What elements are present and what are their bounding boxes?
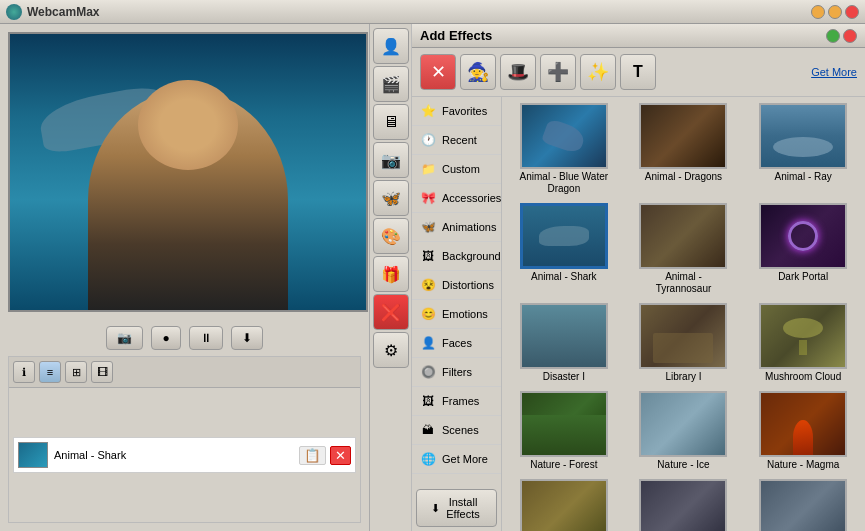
sidebar-btn-movie[interactable]: 🎬 (373, 66, 409, 102)
effect-label-nature-magma: Nature - Magma (767, 459, 839, 471)
effect-label-blue-dragon: Animal - Blue Water Dragon (519, 171, 609, 195)
install-icon: ⬇ (431, 502, 440, 515)
effect-actions: 📋 ✕ (299, 446, 351, 465)
sidebar-btn-remove[interactable]: ❌ (373, 294, 409, 330)
category-faces[interactable]: 👤 Faces (412, 329, 501, 358)
category-emotions-label: Emotions (442, 308, 488, 320)
effect-card-nature-forest[interactable]: Nature - Forest (506, 389, 622, 473)
get-more-link[interactable]: Get More (811, 66, 857, 78)
sidebar-btn-camera[interactable]: 📷 (373, 142, 409, 178)
ae-green-button[interactable] (826, 29, 840, 43)
remove-effect-toolbar-button[interactable]: ✕ (420, 54, 456, 90)
effect-card-disaster[interactable]: Disaster I (506, 301, 622, 385)
effect-item-name: Animal - Shark (54, 449, 299, 461)
add-effect-button[interactable]: ➕ (540, 54, 576, 90)
category-frames[interactable]: 🖼 Frames (412, 387, 501, 416)
category-scenes[interactable]: 🏔 Scenes (412, 416, 501, 445)
left-panel: 📷 ● ⏸ ⬇ ℹ ≡ ⊞ 🎞 Animal - Shark (0, 24, 370, 531)
effect-card-shark[interactable]: Animal - Shark (506, 201, 622, 297)
ae-red-button[interactable] (843, 29, 857, 43)
effect-card-tyrannosaur[interactable]: Animal - Tyrannosaur (626, 201, 742, 297)
category-custom[interactable]: 📁 Custom (412, 155, 501, 184)
animations-icon: 🦋 (418, 217, 438, 237)
pause-button[interactable]: ⏸ (189, 326, 223, 350)
effect-thumb-exp1 (520, 479, 608, 531)
category-background[interactable]: 🖼 Background (412, 242, 501, 271)
title-bar: WebcamMax (0, 0, 865, 24)
install-section: ⬇ Install Effects (412, 485, 501, 531)
sparkle-button[interactable]: ✨ (580, 54, 616, 90)
effect-card-exp2[interactable]: Space Storm (626, 477, 742, 531)
effect-thumb-nature-ice (639, 391, 727, 457)
record-button[interactable]: ● (151, 326, 180, 350)
tab-list[interactable]: ≡ (39, 361, 61, 383)
effect-card-nature-ice[interactable]: Nature - Ice (626, 389, 742, 473)
effect-card-exp1[interactable]: Nuclear Blast (506, 477, 622, 531)
category-favorites[interactable]: ⭐ Favorites (412, 97, 501, 126)
add-effects-title: Add Effects (420, 28, 826, 43)
add-effects-panel: Add Effects ✕ 🧙 🎩 ➕ ✨ T Get More ⭐ Favor… (412, 24, 865, 531)
effect-card-dragons[interactable]: Animal - Dragons (626, 101, 742, 197)
category-filters[interactable]: 🔘 Filters (412, 358, 501, 387)
effect-thumb-blue-dragon (520, 103, 608, 169)
effect-label-mushroom: Mushroom Cloud (765, 371, 841, 383)
sidebar-btn-settings[interactable]: ⚙ (373, 332, 409, 368)
minimize-button[interactable] (811, 5, 825, 19)
install-effects-button[interactable]: ⬇ Install Effects (416, 489, 497, 527)
effect-thumb-disaster (520, 303, 608, 369)
effect-item-row[interactable]: Animal - Shark 📋 ✕ (13, 437, 356, 473)
tab-grid[interactable]: ⊞ (65, 361, 87, 383)
category-emotions[interactable]: 😊 Emotions (412, 300, 501, 329)
category-accessories[interactable]: 🎀 Accessories (412, 184, 501, 213)
scenes-icon: 🏔 (418, 420, 438, 440)
effect-label-tyrannosaur: Animal - Tyrannosaur (638, 271, 728, 295)
app-icon (6, 4, 22, 20)
effects-list-content: Animal - Shark 📋 ✕ (9, 388, 360, 522)
effect-card-exp3[interactable]: Underwater (745, 477, 861, 531)
preview-area (8, 32, 368, 312)
text-effect-button[interactable]: T (620, 54, 656, 90)
sidebar-btn-butterfly[interactable]: 🦋 (373, 180, 409, 216)
effect-thumb-ray (759, 103, 847, 169)
wizard-hat-button[interactable]: 🧙 (460, 54, 496, 90)
filters-icon: 🔘 (418, 362, 438, 382)
close-button[interactable] (845, 5, 859, 19)
effect-card-library[interactable]: Library I (626, 301, 742, 385)
camera-button[interactable]: 📷 (106, 326, 143, 350)
emotions-icon: 😊 (418, 304, 438, 324)
copy-effect-button[interactable]: 📋 (299, 446, 326, 465)
effect-thumb-shark (520, 203, 608, 269)
effect-label-dark-portal: Dark Portal (778, 271, 828, 283)
magic-hat-button[interactable]: 🎩 (500, 54, 536, 90)
category-get-more[interactable]: 🌐 Get More (412, 445, 501, 474)
effect-thumb-nature-forest (520, 391, 608, 457)
category-recent[interactable]: 🕐 Recent (412, 126, 501, 155)
effect-thumb-tyrannosaur (639, 203, 727, 269)
category-get-more-label: Get More (442, 453, 488, 465)
category-animations[interactable]: 🦋 Animations (412, 213, 501, 242)
maximize-button[interactable] (828, 5, 842, 19)
tab-film[interactable]: 🎞 (91, 361, 113, 383)
sidebar-btn-profile[interactable]: 👤 (373, 28, 409, 64)
sidebar-btn-gift[interactable]: 🎁 (373, 256, 409, 292)
tab-info[interactable]: ℹ (13, 361, 35, 383)
remove-effect-button[interactable]: ✕ (330, 446, 351, 465)
category-favorites-label: Favorites (442, 105, 487, 117)
ae-controls (826, 29, 857, 43)
effects-body: ⭐ Favorites 🕐 Recent 📁 Custom 🎀 Accessor… (412, 97, 865, 531)
effects-list-header: ℹ ≡ ⊞ 🎞 (9, 357, 360, 388)
effect-card-dark-portal[interactable]: Dark Portal (745, 201, 861, 297)
sidebar-btn-screen[interactable]: 🖥 (373, 104, 409, 140)
effect-label-shark: Animal - Shark (531, 271, 597, 283)
distortions-icon: 😵 (418, 275, 438, 295)
effects-grid-area: Animal - Blue Water Dragon Animal - Drag… (502, 97, 865, 531)
sidebar-btn-effects[interactable]: 🎨 (373, 218, 409, 254)
effect-card-mushroom[interactable]: Mushroom Cloud (745, 301, 861, 385)
category-distortions[interactable]: 😵 Distortions (412, 271, 501, 300)
download-button[interactable]: ⬇ (231, 326, 263, 350)
category-accessories-label: Accessories (442, 192, 501, 204)
effect-card-nature-magma[interactable]: Nature - Magma (745, 389, 861, 473)
effect-card-ray[interactable]: Animal - Ray (745, 101, 861, 197)
app-title: WebcamMax (27, 5, 811, 19)
effect-card-blue-dragon[interactable]: Animal - Blue Water Dragon (506, 101, 622, 197)
